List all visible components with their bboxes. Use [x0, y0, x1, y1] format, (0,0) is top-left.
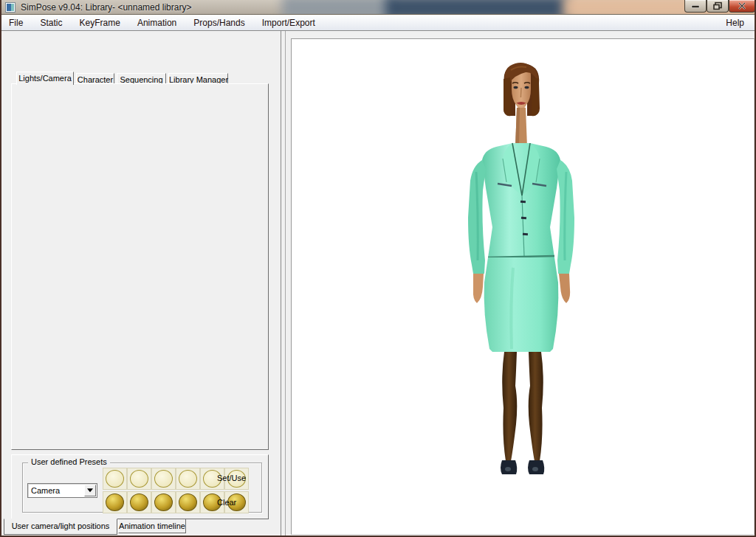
menu-animation[interactable]: Animation — [130, 15, 184, 31]
minimize-icon — [691, 3, 700, 10]
menu-static[interactable]: Static — [32, 15, 69, 31]
character-neck — [515, 108, 527, 147]
preset-set-use-button-2[interactable] — [127, 468, 151, 490]
tab-lights-camera[interactable]: Lights/Camera — [16, 72, 74, 85]
chevron-down-icon[interactable] — [84, 485, 96, 496]
app-icon — [5, 2, 16, 13]
preset-clear-button-2[interactable] — [127, 491, 151, 513]
menu-import-export[interactable]: Import/Export — [255, 15, 323, 31]
tab-animation-timeline[interactable]: Animation timeline — [118, 519, 186, 533]
menu-file[interactable]: File — [1, 15, 30, 31]
character-shoes — [501, 460, 544, 474]
clear-label: Clear — [217, 498, 236, 507]
stored-preset-icon — [130, 493, 148, 511]
presets-target-combo[interactable]: Camera — [27, 483, 97, 498]
aero-glass-blur — [385, 0, 570, 15]
preset-set-use-button-1[interactable] — [103, 468, 127, 490]
menu-props-hands[interactable]: Props/Hands — [186, 15, 252, 31]
tab-user-camera-light-positions[interactable]: User camera/light positions — [4, 519, 117, 535]
window-title: SimPose v9.04: Library- <unnamed library… — [21, 2, 191, 13]
close-icon — [738, 2, 746, 10]
empty-preset-icon — [130, 470, 148, 488]
restore-button[interactable] — [707, 0, 729, 13]
minimize-button[interactable] — [684, 0, 707, 13]
preset-clear-button-3[interactable] — [151, 491, 176, 513]
panel-divider — [285, 31, 286, 536]
stored-preset-icon — [154, 493, 173, 511]
character-skirt — [484, 257, 559, 352]
stored-preset-icon — [179, 493, 197, 511]
character-model — [292, 39, 754, 534]
preset-set-use-button-4[interactable] — [176, 468, 200, 490]
empty-preset-icon — [179, 470, 197, 488]
close-button[interactable] — [729, 0, 755, 13]
lights-camera-page — [11, 83, 269, 450]
presets-group-title: User defined Presets — [28, 457, 110, 466]
render-viewport[interactable] — [291, 38, 755, 535]
restore-icon — [713, 2, 722, 10]
preset-set-use-button-3[interactable] — [151, 468, 176, 490]
empty-preset-icon — [106, 470, 124, 488]
character-jacket — [468, 143, 574, 274]
menu-keyframe[interactable]: KeyFrame — [72, 15, 127, 31]
preset-clear-button-1[interactable] — [103, 491, 127, 513]
preset-clear-button-4[interactable] — [176, 491, 200, 513]
aero-glass-blur — [282, 0, 393, 15]
menu-help[interactable]: Help — [720, 15, 750, 28]
control-panel: Lights/Camera Character Sequencing Libra… — [1, 31, 281, 536]
presets-target-value: Camera — [31, 486, 60, 495]
menu-bar: File Static KeyFrame Animation Props/Han… — [1, 15, 755, 31]
character-legs — [502, 352, 543, 461]
stored-preset-icon — [106, 493, 124, 511]
set-use-label: Set/Use — [217, 474, 246, 482]
empty-preset-icon — [154, 470, 173, 488]
app-window: SimPose v9.04: Library- <unnamed library… — [0, 0, 756, 537]
title-bar[interactable]: SimPose v9.04: Library- <unnamed library… — [1, 0, 756, 15]
